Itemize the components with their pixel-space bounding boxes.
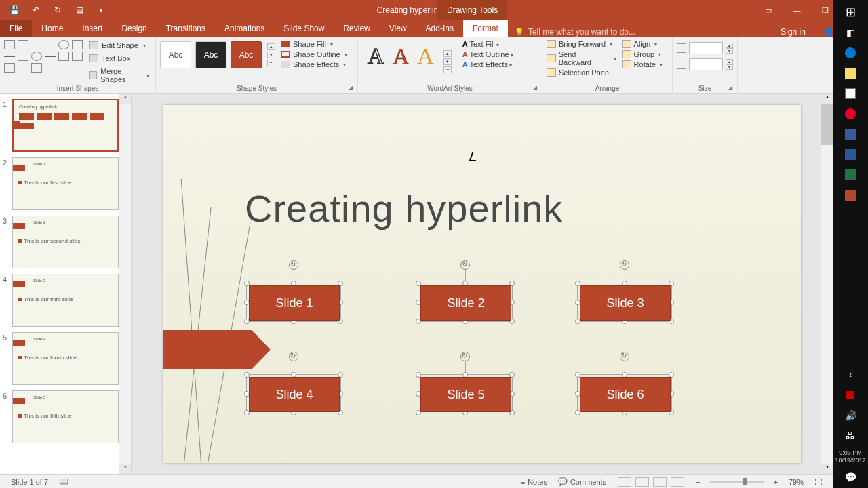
sign-in-link[interactable]: Sign in xyxy=(772,27,814,37)
tell-me-search[interactable]: 💡Tell me what you want to do... xyxy=(508,27,635,37)
undo-icon[interactable]: ↶ xyxy=(30,4,42,16)
shape-hyperlink-5[interactable]: Slide 5 xyxy=(418,374,513,413)
rotate-handle[interactable] xyxy=(620,260,629,270)
tab-format[interactable]: Format xyxy=(463,20,508,37)
rotate-handle[interactable] xyxy=(620,352,629,361)
thumbnail-slide-2[interactable]: 2Slide 1This is our first slide xyxy=(3,157,128,210)
redo-icon[interactable]: ↻ xyxy=(52,4,64,16)
wordart-preset-3[interactable]: A xyxy=(417,43,434,73)
slide-canvas[interactable]: Creating hyperlink Slide 1Slide 2Slide 3… xyxy=(163,105,801,463)
comments-button[interactable]: 💬 Comments xyxy=(553,477,612,486)
notes-button[interactable]: ≡ Notes xyxy=(515,478,553,486)
thumbnail-slide-1[interactable]: 1Creating hyperlink xyxy=(3,99,128,152)
style-gallery-more[interactable]: ▴▾⋯ xyxy=(266,43,275,66)
task-view-icon[interactable]: ◧ xyxy=(840,23,861,42)
text-outline-button[interactable]: A Text Outline▾ xyxy=(462,50,513,58)
thumbnail-slide-3[interactable]: 3Slide 2This is our second slide xyxy=(3,216,128,268)
slide-counter[interactable]: Slide 1 of 7 xyxy=(5,478,54,486)
send-backward-button[interactable]: Send Backward▾ xyxy=(547,50,616,66)
wordart-preset-2[interactable]: A xyxy=(393,43,410,73)
tab-addins[interactable]: Add-Ins xyxy=(416,20,463,37)
tab-transitions[interactable]: Transitions xyxy=(157,20,215,37)
height-input[interactable] xyxy=(689,42,723,54)
rotate-handle[interactable] xyxy=(460,352,470,361)
shape-style-gallery[interactable]: Abc Abc Abc ▴▾⋯ xyxy=(160,38,275,68)
style-preset-2[interactable]: Abc xyxy=(195,41,226,68)
style-preset-1[interactable]: Abc xyxy=(160,41,191,68)
edit-shape-button[interactable]: Edit Shape▾ xyxy=(87,40,151,51)
shape-styles-dialog-launcher[interactable]: ◢ xyxy=(349,85,355,92)
width-input[interactable] xyxy=(689,58,723,70)
selection-pane-button[interactable]: Selection Pane xyxy=(547,68,616,77)
tray-volume-icon[interactable]: 🔊 xyxy=(840,406,861,425)
shape-hyperlink-2[interactable]: Slide 2 xyxy=(418,283,513,322)
thumbnail-slide-6[interactable]: 6Slide 5This is our fifth slide xyxy=(3,390,128,443)
start-from-beginning-icon[interactable]: ▤ xyxy=(73,4,85,16)
shape-outline-button[interactable]: Shape Outline▾ xyxy=(281,50,347,58)
shapes-gallery[interactable] xyxy=(4,38,83,85)
taskbar-edge[interactable] xyxy=(840,43,861,62)
tab-animations[interactable]: Animations xyxy=(215,20,274,37)
tab-home[interactable]: Home xyxy=(32,20,73,37)
canvas-scrollbar[interactable]: ▴▾ xyxy=(821,94,833,474)
shape-hyperlink-4[interactable]: Slide 4 xyxy=(246,374,341,413)
tray-chevron-icon[interactable]: ‹ xyxy=(840,365,861,384)
text-effects-button[interactable]: A Text Effects▾ xyxy=(462,60,513,68)
tab-insert[interactable]: Insert xyxy=(73,20,112,37)
taskbar-word[interactable] xyxy=(840,145,861,164)
system-clock[interactable]: 9:03 PM10/19/2017 xyxy=(835,447,865,468)
tab-slideshow[interactable]: Slide Show xyxy=(274,20,334,37)
shape-hyperlink-3[interactable]: Slide 3 xyxy=(577,283,672,322)
zoom-out-button[interactable]: − xyxy=(690,478,705,486)
align-button[interactable]: Align▾ xyxy=(622,40,663,48)
tab-file[interactable]: File xyxy=(0,20,32,37)
spell-check-icon[interactable]: 📖 xyxy=(54,477,74,486)
rotate-handle[interactable] xyxy=(460,260,470,270)
scroll-down-icon[interactable]: ▾ xyxy=(119,464,131,474)
text-fill-button[interactable]: A Text Fill▾ xyxy=(462,40,513,48)
zoom-in-button[interactable]: + xyxy=(768,478,783,486)
text-box-button[interactable]: Text Box xyxy=(87,53,151,64)
taskbar-store[interactable] xyxy=(840,84,861,103)
size-dialog-launcher[interactable]: ◢ xyxy=(728,85,735,92)
taskbar-facebook[interactable] xyxy=(840,125,861,144)
wordart-gallery[interactable]: A A A ▴▾⋯ xyxy=(362,38,457,73)
wordart-dialog-launcher[interactable]: ◢ xyxy=(533,85,540,92)
tray-security-icon[interactable] xyxy=(840,386,861,405)
rotate-handle[interactable] xyxy=(289,352,298,361)
zoom-slider[interactable] xyxy=(710,481,764,483)
thumbnail-slide-4[interactable]: 4Slide 3This is our third slide xyxy=(3,274,128,327)
save-icon[interactable]: 💾 xyxy=(8,4,20,16)
tab-review[interactable]: Review xyxy=(334,20,379,37)
customize-qat-icon[interactable]: ▼ xyxy=(95,4,107,16)
wordart-preset-1[interactable]: A xyxy=(368,43,384,73)
slide-title[interactable]: Creating hyperlink xyxy=(245,186,563,230)
shape-height-field[interactable]: ▴▾ xyxy=(677,42,733,54)
shape-fill-button[interactable]: Shape Fill▾ xyxy=(281,40,347,48)
action-center-icon[interactable]: 💬 xyxy=(840,468,861,487)
wordart-gallery-more[interactable]: ▴▾⋯ xyxy=(442,43,452,73)
thumbnail-scrollbar[interactable]: ▴ ▾ xyxy=(119,94,131,474)
thumbnail-slide-5[interactable]: 5Slide 4This is our fourth slide xyxy=(3,332,128,385)
bring-forward-button[interactable]: Bring Forward▾ xyxy=(547,40,616,48)
view-buttons[interactable] xyxy=(612,477,690,487)
ribbon-display-options-icon[interactable]: ▭ xyxy=(754,0,783,20)
taskbar-excel[interactable] xyxy=(840,165,861,184)
start-button[interactable]: ⊞ xyxy=(840,3,861,22)
shape-effects-button[interactable]: Shape Effects▾ xyxy=(281,60,347,68)
zoom-level[interactable]: 79% xyxy=(783,478,809,486)
merge-shapes-button[interactable]: Merge Shapes▾ xyxy=(87,66,151,85)
shape-hyperlink-1[interactable]: Slide 1 xyxy=(246,283,341,322)
minimize-icon[interactable]: — xyxy=(783,0,811,20)
tray-network-icon[interactable]: 🖧 xyxy=(840,426,861,445)
rotate-handle[interactable] xyxy=(289,260,298,270)
shape-hyperlink-6[interactable]: Slide 6 xyxy=(577,374,672,413)
rotate-button[interactable]: Rotate▾ xyxy=(622,60,663,68)
taskbar-explorer[interactable] xyxy=(840,64,861,83)
taskbar-opera[interactable] xyxy=(840,104,861,123)
style-preset-3[interactable]: Abc xyxy=(231,41,262,68)
taskbar-powerpoint[interactable] xyxy=(840,186,861,205)
scroll-up-icon[interactable]: ▴ xyxy=(119,94,131,104)
fit-to-window-button[interactable]: ⛶ xyxy=(809,478,827,486)
shape-width-field[interactable]: ▴▾ xyxy=(677,58,733,70)
